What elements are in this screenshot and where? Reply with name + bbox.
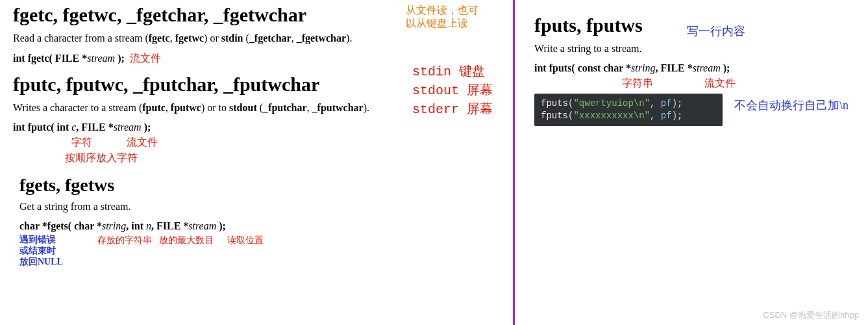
stderr-line: stderr 屏幕 [412, 100, 493, 119]
text: ). [346, 32, 352, 44]
ann-streamfile: 流文件 [127, 136, 158, 150]
text: ) or [204, 32, 221, 44]
text: , FILE * [76, 122, 113, 133]
proto-fputs: int fputs( const char *string, FILE *str… [534, 62, 868, 74]
string-literal: "qwertyuiop\n" [573, 98, 650, 109]
param-string: string [102, 220, 126, 231]
stream-name: stdin [221, 32, 243, 44]
string-literal: "xxxxxxxxxx\n" [573, 110, 650, 121]
stdout-line: stdout 屏幕 [412, 81, 493, 100]
fn-name: fgetc [149, 32, 170, 44]
left-column: fgetc, fgetwc, _fgetchar, _fgetwchar Rea… [0, 0, 513, 325]
fn-name: fputwc [171, 102, 201, 113]
watermark: CSDN @热爱生活的hhpp [763, 309, 859, 321]
right-column: fputs, fputws 写一行内容 Write a string to a … [515, 0, 868, 325]
desc-fgetc: Read a character from a stream (fgetc, f… [13, 32, 513, 44]
ann-streamfile: 流文件 [704, 77, 736, 90]
punct: ); [672, 98, 683, 109]
ann-order: 按顺序放入字符 [65, 151, 138, 165]
fgets-annotations: 存放的字符串 放的最大数目 读取位置 遇到错误 或结束时 放回NULL [19, 235, 513, 274]
ann-streamfile: 流文件 [130, 53, 161, 64]
code-line: fputs("xxxxxxxxxx\n", pf); [541, 110, 716, 122]
identifier: pf [661, 98, 672, 109]
param-stream: stream [114, 122, 142, 133]
text: ( [243, 32, 249, 44]
desc-fgets: Get a string from a stream. [19, 201, 513, 213]
heading-fgets: fgets, fgetws [19, 175, 513, 196]
fputs-annotations: 字符串 流文件 [534, 77, 868, 91]
proto-fputc: int fputc( int c, FILE *stream ); [13, 122, 513, 133]
punct: , [650, 98, 661, 109]
text: int fputc( int [13, 122, 71, 133]
fn-name: _fgetwchar [297, 32, 346, 44]
stream-name: stdout [229, 102, 257, 113]
stdin-line: stdin 键盘 [412, 62, 493, 81]
text: ); [115, 53, 125, 64]
text: Writes a character to a stream ( [13, 102, 142, 113]
text: ); [216, 220, 226, 231]
param-stream: stream [693, 62, 721, 73]
ann-string: 字符串 [622, 77, 653, 90]
code-sample: fputs("qwertyuiop\n", pf); fputs("xxxxxx… [534, 94, 723, 126]
param-string: string [631, 62, 655, 73]
fn: fputs [541, 98, 568, 109]
note-write-line: 写一行内容 [687, 23, 745, 39]
ann-max: 放的最大数目 [159, 235, 214, 246]
fn-name: _fputchar [263, 102, 307, 113]
text: ). [364, 102, 369, 113]
punct: , [650, 110, 661, 121]
text: , int [126, 220, 146, 231]
text: , [166, 102, 171, 113]
note-read-from-file: 从文件读，也可 以从键盘上读 [406, 4, 478, 30]
ann-pos: 读取位置 [227, 235, 264, 246]
param-stream: stream [188, 220, 216, 231]
proto-fgets: char *fgets( char *string, int n, FILE *… [19, 220, 513, 232]
std-streams: stdin 键盘 stdout 屏幕 stderr 屏幕 [412, 62, 493, 119]
text: ); [142, 122, 151, 133]
fn-name: fputc [142, 102, 166, 113]
desc-fputs: Write a string to a stream. [534, 43, 868, 55]
text: Read a character from a stream ( [13, 32, 149, 44]
param-n: n [146, 220, 151, 231]
param-stream: stream [87, 53, 115, 64]
text: 放回NULL [19, 257, 63, 268]
text: ) or to [201, 102, 229, 113]
fn-name: fgetwc [175, 32, 204, 44]
text: 以从键盘上读 [406, 17, 478, 30]
note-no-auto-newline: 不会自动换行自己加\n [734, 98, 849, 113]
fn-name: _fputwchar [312, 102, 364, 113]
identifier: pf [661, 110, 672, 121]
text: ); [721, 62, 730, 73]
text: ( [257, 102, 263, 113]
fputc-annotations: 字符 流文件 按顺序放入字符 [13, 136, 513, 166]
text: , [307, 102, 312, 113]
text: , [170, 32, 175, 44]
code-line: fputs("qwertyuiop\n", pf); [541, 98, 716, 110]
text: 遇到错误 [19, 235, 63, 246]
err-note: 遇到错误 或结束时 放回NULL [19, 235, 63, 267]
text: 或结束时 [19, 246, 63, 257]
text: 从文件读，也可 [406, 4, 478, 17]
fn: fputs [541, 110, 568, 121]
text: int fputs( const char * [534, 62, 631, 73]
text: char *fgets( char * [19, 220, 102, 231]
ann-store: 存放的字符串 [97, 235, 152, 246]
fn-name: _fgetchar [249, 32, 291, 44]
text: , FILE * [151, 220, 188, 231]
text: int fgetc( FILE * [13, 53, 87, 64]
ann-char: 字符 [71, 136, 92, 150]
text: , [291, 32, 297, 44]
punct: ); [672, 110, 683, 121]
text: , FILE * [655, 62, 692, 73]
